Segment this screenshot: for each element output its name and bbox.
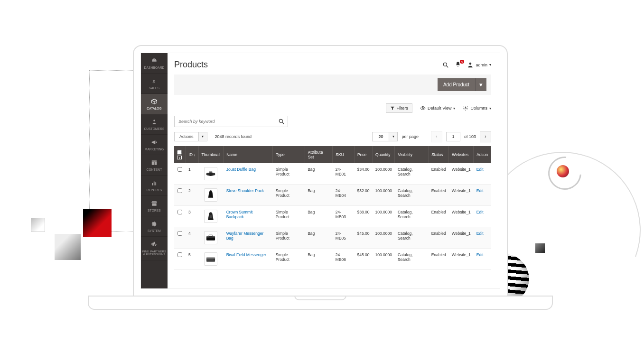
edit-link[interactable]: Edit bbox=[476, 210, 484, 214]
col-visibility[interactable]: Visibility bbox=[395, 146, 429, 163]
actions-label: Actions bbox=[175, 132, 198, 141]
cell-id: 1 bbox=[186, 163, 198, 185]
sidebar-item-label: CUSTOMERS bbox=[144, 127, 164, 130]
sidebar-item-partners[interactable]: FIND PARTNERS & EXTENSIONS bbox=[141, 237, 168, 260]
col-thumbnail[interactable]: Thumbnail bbox=[198, 146, 224, 163]
cell-action: Edit bbox=[474, 185, 491, 206]
sidebar-item-catalog[interactable]: CATALOG bbox=[141, 94, 168, 114]
cell-name[interactable]: Crown Summit Backpack bbox=[224, 206, 273, 227]
edit-link[interactable]: Edit bbox=[476, 167, 484, 172]
cell-attribute-set: Bag bbox=[305, 185, 333, 206]
grid-controls: Actions ▾ 2048 records found ▾ per page … bbox=[174, 131, 491, 142]
col-id[interactable]: ID↓ bbox=[186, 146, 198, 163]
col-type[interactable]: Type bbox=[273, 146, 305, 163]
search-input[interactable] bbox=[175, 116, 288, 127]
eye-icon bbox=[420, 105, 426, 111]
keyword-search bbox=[174, 116, 288, 127]
cell-name[interactable]: Joust Duffle Bag bbox=[224, 163, 273, 185]
select-all-dropdown[interactable]: ▾ bbox=[177, 156, 182, 159]
cell-type: Simple Product bbox=[273, 185, 305, 206]
svg-line-14 bbox=[282, 122, 284, 124]
table-row[interactable]: 3Crown Summit BackpackSimple ProductBag2… bbox=[174, 206, 491, 227]
col-select-all[interactable]: ▾ bbox=[174, 146, 186, 163]
cell-quantity: 100.0000 bbox=[372, 227, 394, 249]
col-quantity[interactable]: Quantity bbox=[372, 146, 394, 163]
sidebar-item-reports[interactable]: REPORTS bbox=[141, 176, 168, 196]
prev-page-button[interactable]: ‹ bbox=[431, 131, 442, 142]
cell-name[interactable]: Rival Field Messenger bbox=[224, 249, 273, 270]
col-websites[interactable]: Websites bbox=[449, 146, 474, 163]
svg-text:$: $ bbox=[153, 79, 156, 84]
col-action[interactable]: Action bbox=[474, 146, 491, 163]
cell-price: $32.00 bbox=[354, 185, 372, 206]
cell-thumbnail bbox=[198, 163, 224, 185]
notifications-button[interactable]: 0 bbox=[455, 61, 461, 69]
edit-link[interactable]: Edit bbox=[476, 252, 484, 257]
cell-price: $45.00 bbox=[354, 227, 372, 249]
caret-down-icon: ▾ bbox=[198, 132, 207, 141]
col-name[interactable]: Name bbox=[224, 146, 273, 163]
sidebar-item-label: SALES bbox=[149, 86, 159, 90]
cell-id: 3 bbox=[186, 206, 198, 227]
cell-action: Edit bbox=[474, 249, 491, 270]
sidebar-item-customers[interactable]: CUSTOMERS bbox=[141, 114, 168, 135]
cell-action: Edit bbox=[474, 227, 491, 249]
products-grid: ▾ ID↓ Thumbnail Name Type Attribute Set … bbox=[174, 146, 491, 270]
default-view-dropdown[interactable]: Default View ▾ bbox=[420, 105, 455, 111]
cell-attribute-set: Bag bbox=[305, 206, 333, 227]
cell-id: 5 bbox=[186, 249, 198, 270]
col-sku[interactable]: SKU bbox=[333, 146, 355, 163]
col-attribute-set[interactable]: Attribute Set bbox=[305, 146, 333, 163]
sidebar-item-dashboard[interactable]: DASHBOARD bbox=[141, 53, 168, 74]
table-row[interactable]: 1Joust Duffle BagSimple ProductBag24-MB0… bbox=[174, 163, 491, 185]
cell-quantity: 100.0000 bbox=[372, 185, 394, 206]
next-page-button[interactable]: › bbox=[480, 131, 491, 142]
table-row[interactable]: 2Strive Shoulder PackSimple ProductBag24… bbox=[174, 185, 491, 206]
svg-rect-2 bbox=[152, 160, 157, 161]
col-price[interactable]: Price bbox=[354, 146, 372, 163]
add-product-button[interactable]: Add Product bbox=[438, 78, 475, 91]
select-all-checkbox[interactable] bbox=[177, 150, 182, 155]
row-checkbox[interactable] bbox=[177, 188, 182, 193]
cell-name[interactable]: Wayfarer Messenger Bag bbox=[224, 227, 273, 249]
row-checkbox[interactable] bbox=[177, 210, 182, 214]
add-product-dropdown-toggle[interactable]: ▾ bbox=[475, 78, 486, 91]
edit-link[interactable]: Edit bbox=[476, 231, 484, 236]
filters-button[interactable]: Filters bbox=[386, 103, 413, 113]
person-icon bbox=[142, 119, 167, 126]
svg-point-16 bbox=[206, 173, 209, 176]
per-page-label: per page bbox=[401, 134, 419, 139]
sidebar-item-marketing[interactable]: MARKETING bbox=[141, 135, 168, 155]
sidebar-item-label: CONTENT bbox=[147, 168, 162, 171]
per-page-select[interactable]: ▾ bbox=[372, 132, 398, 141]
table-row[interactable]: 5Rival Field MessengerSimple ProductBag2… bbox=[174, 249, 491, 270]
row-checkbox[interactable] bbox=[177, 231, 182, 236]
row-checkbox[interactable] bbox=[177, 252, 182, 257]
svg-rect-3 bbox=[152, 162, 154, 165]
sidebar-item-sales[interactable]: $ SALES bbox=[141, 74, 168, 94]
per-page-value[interactable] bbox=[373, 132, 389, 141]
records-found-label: 2048 records found bbox=[215, 134, 252, 139]
gear-icon bbox=[463, 105, 468, 111]
caret-down-icon: ▾ bbox=[489, 63, 491, 67]
sidebar-item-system[interactable]: SYSTEM bbox=[141, 216, 168, 237]
row-checkbox[interactable] bbox=[177, 167, 182, 172]
search-icon[interactable] bbox=[442, 62, 449, 68]
sidebar-item-content[interactable]: CONTENT bbox=[141, 155, 168, 176]
col-status[interactable]: Status bbox=[429, 146, 449, 163]
sidebar-item-stores[interactable]: STORES bbox=[141, 196, 168, 216]
current-page-input[interactable] bbox=[446, 132, 460, 141]
cell-attribute-set: Bag bbox=[305, 163, 333, 185]
user-menu[interactable]: admin ▾ bbox=[467, 62, 491, 68]
total-pages-label: of 103 bbox=[464, 134, 476, 139]
mass-actions-select[interactable]: Actions ▾ bbox=[174, 132, 207, 141]
app-screen: DASHBOARD $ SALES CATALOG CUSTOMERS MARK… bbox=[140, 53, 500, 289]
search-icon[interactable] bbox=[278, 118, 285, 126]
product-thumbnail bbox=[204, 188, 217, 202]
sidebar-item-label: SYSTEM bbox=[148, 229, 161, 232]
edit-link[interactable]: Edit bbox=[476, 188, 484, 193]
table-row[interactable]: 4Wayfarer Messenger BagSimple ProductBag… bbox=[174, 227, 491, 249]
cell-name[interactable]: Strive Shoulder Pack bbox=[224, 185, 273, 206]
caret-down-icon: ▾ bbox=[453, 106, 455, 111]
columns-dropdown[interactable]: Columns ▾ bbox=[463, 105, 491, 111]
